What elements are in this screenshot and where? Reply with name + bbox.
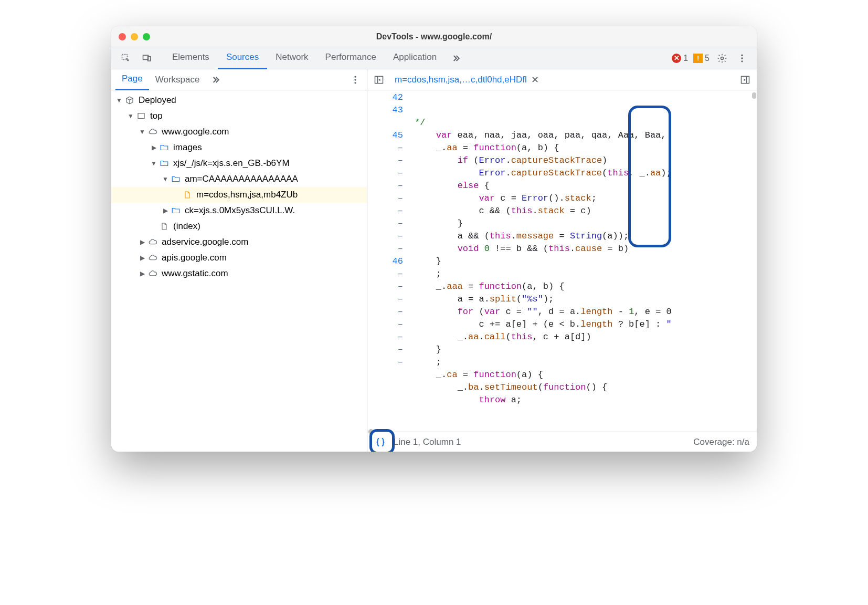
code-editor[interactable]: 424345–––––––––46–––––––– */ var eaa, na… [367,90,757,432]
cube-icon [124,96,135,105]
line-number[interactable]: – [367,268,403,280]
line-number[interactable]: – [367,293,403,306]
line-number[interactable]: – [367,217,403,230]
tree-item[interactable]: ▶apis.google.com [111,250,367,266]
line-number[interactable]: – [367,205,403,217]
expand-arrow-icon[interactable]: ▶ [162,207,169,214]
code-line[interactable]: } [415,217,757,230]
tree-item[interactable]: ▼am=CAAAAAAAAAAAAAAA [111,171,367,187]
tree-item[interactable]: ▼xjs/_/js/k=xjs.s.en_GB.-b6YM [111,155,367,171]
minimize-window-button[interactable] [131,33,138,40]
tree-item[interactable]: ▼Deployed [111,92,367,108]
settings-icon[interactable] [715,51,729,66]
expand-arrow-icon[interactable]: ▼ [115,97,123,104]
code-line[interactable]: } [415,255,757,268]
toggle-navigator-icon[interactable] [372,72,386,87]
code-line[interactable]: } [415,343,757,356]
close-window-button[interactable] [119,33,126,40]
device-toggle-icon[interactable] [140,51,154,66]
tree-item[interactable]: ▼www.google.com [111,124,367,140]
tree-item[interactable]: m=cdos,hsm,jsa,mb4ZUb [111,187,367,203]
code-line[interactable]: ; [415,268,757,280]
svg-point-6 [741,60,743,62]
line-number[interactable]: – [367,230,403,243]
line-number[interactable]: 45 [367,129,403,142]
line-number[interactable]: – [367,331,403,343]
line-number[interactable]: – [367,192,403,205]
line-number[interactable]: – [367,154,403,167]
expand-arrow-icon[interactable]: ▶ [139,254,146,262]
code-line[interactable]: for (var c = "", d = a.length - 1, e = 0 [415,306,757,318]
toggle-debugger-icon[interactable] [738,72,753,87]
code-line[interactable]: _.ba.setTimeout(function() { [415,381,757,394]
navigator-tab-page[interactable]: Page [115,69,149,90]
tree-item[interactable]: ▶images [111,140,367,155]
code-line[interactable]: a && (this.message = String(a)); [415,230,757,243]
code-line[interactable]: */ [415,117,757,129]
tab-elements[interactable]: Elements [164,47,218,69]
code-line[interactable]: _.aa.call(this, c + a[d]) [415,331,757,343]
code-line[interactable]: throw a; [415,394,757,406]
expand-arrow-icon[interactable]: ▼ [139,128,146,135]
warning-icon: ! [693,54,703,63]
line-number[interactable]: – [367,280,403,293]
line-number[interactable]: – [367,142,403,154]
navigator-tab-workspace[interactable]: Workspace [149,69,206,90]
error-count-badge[interactable]: ✕ 1 [672,54,688,63]
expand-arrow-icon[interactable]: ▼ [127,112,134,120]
warning-count-badge[interactable]: ! 5 [693,54,710,63]
code-line[interactable]: _.ca = function(a) { [415,369,757,381]
code-line[interactable]: void 0 !== b && (this.cause = b) [415,243,757,255]
code-line[interactable]: c && (this.stack = c) [415,205,757,217]
line-number[interactable]: – [367,180,403,192]
code-line[interactable]: var c = Error().stack; [415,192,757,205]
line-number[interactable] [367,117,403,129]
code-line[interactable]: c += a[e] + (e < b.length ? b[e] : " [415,318,757,331]
tree-item[interactable]: (index) [111,218,367,234]
line-number[interactable]: 42 [367,91,403,104]
line-number[interactable]: – [367,243,403,255]
line-number[interactable]: – [367,167,403,180]
line-number[interactable]: – [367,318,403,331]
more-options-icon[interactable] [735,51,749,66]
expand-arrow-icon[interactable]: ▼ [150,160,157,167]
expand-arrow-icon[interactable]: ▶ [139,238,146,246]
line-gutter[interactable]: 424345–––––––––46–––––––– [367,90,415,432]
tab-application[interactable]: Application [385,47,445,69]
tab-performance[interactable]: Performance [317,47,385,69]
maximize-window-button[interactable] [143,33,150,40]
resizer-handle[interactable] [368,429,374,434]
code-line[interactable]: a = a.split("%s"); [415,293,757,306]
inspect-element-icon[interactable] [119,51,133,66]
pretty-print-button[interactable] [375,436,386,448]
code-line[interactable]: var eaa, naa, jaa, oaa, paa, qaa, Aaa, B… [415,129,757,142]
line-number[interactable]: 43 [367,104,403,117]
expand-arrow-icon[interactable]: ▶ [150,144,157,151]
code-line[interactable]: _.aa = function(a, b) { [415,142,757,154]
tree-item[interactable]: ▶ck=xjs.s.0Mx5ys3sCUI.L.W. [111,203,367,218]
code-line[interactable]: _.aaa = function(a, b) { [415,280,757,293]
line-number[interactable]: – [367,306,403,318]
tree-item[interactable]: ▼top [111,108,367,124]
close-tab-icon[interactable]: ✕ [531,74,539,86]
file-navigator[interactable]: ▼Deployed▼top▼www.google.com▶images▼xjs/… [111,90,367,452]
tree-item[interactable]: ▶www.gstatic.com [111,266,367,281]
expand-arrow-icon[interactable]: ▶ [139,270,146,277]
more-tabs-icon[interactable] [448,51,463,66]
code-line[interactable]: else { [415,180,757,192]
line-number[interactable]: – [367,356,403,369]
tab-sources[interactable]: Sources [218,47,267,69]
more-navigator-tabs-icon[interactable] [208,72,223,87]
tab-network[interactable]: Network [267,47,316,69]
code-line[interactable]: if (Error.captureStackTrace) [415,154,757,167]
editor-file-tab[interactable]: m=cdos,hsm,jsa,…c,dtl0hd,eHDfl ✕ [391,74,542,86]
navigator-more-icon[interactable] [348,72,363,87]
line-number[interactable]: 46 [367,255,403,268]
code-line[interactable]: ; [415,356,757,369]
expand-arrow-icon[interactable]: ▼ [162,175,169,183]
code-line[interactable]: Error.captureStackTrace(this, _.aa); [415,167,757,180]
code-content[interactable]: */ var eaa, naa, jaa, oaa, paa, qaa, Aaa… [415,90,757,432]
line-number[interactable]: – [367,343,403,356]
tree-item[interactable]: ▶adservice.google.com [111,234,367,250]
scrollbar-thumb[interactable] [752,92,756,99]
